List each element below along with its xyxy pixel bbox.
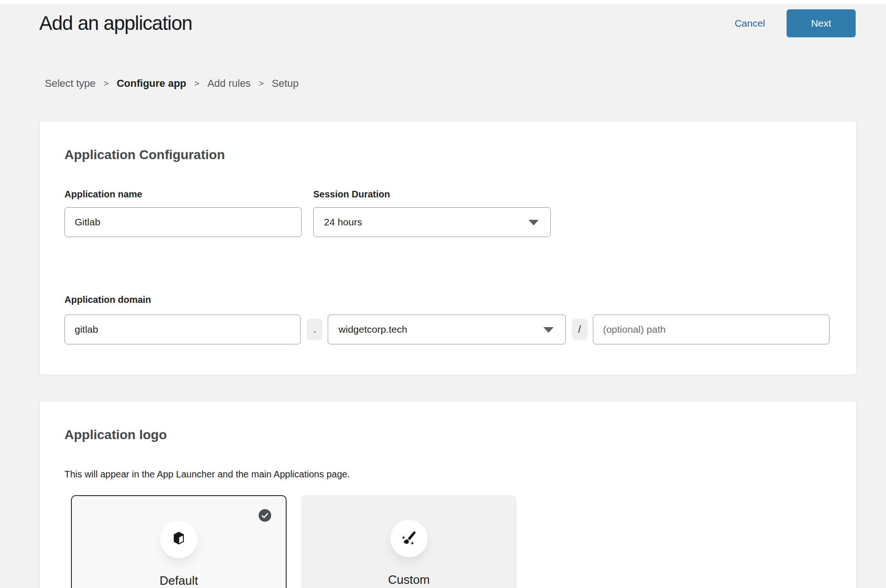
custom-logo-circle: [390, 520, 428, 557]
application-name-input[interactable]: [64, 207, 302, 237]
breadcrumb-step-add-rules[interactable]: Add rules: [207, 77, 251, 90]
logo-option-label: Default: [160, 574, 198, 588]
application-logo-heading: Application logo: [64, 427, 830, 442]
application-domain-label: Application domain: [64, 294, 830, 305]
logo-option-custom[interactable]: Custom: [301, 495, 517, 588]
subdomain-input[interactable]: [64, 315, 301, 344]
application-domain-row: . widgetcorp.tech /: [64, 315, 830, 344]
breadcrumb-step-configure-app[interactable]: Configure app: [117, 77, 186, 90]
session-duration-field-group: Session Duration 24 hours: [313, 189, 551, 237]
session-duration-value: 24 hours: [324, 217, 362, 228]
application-logo-card: Application logo This will appear in the…: [39, 401, 857, 588]
page-title: Add an application: [39, 12, 192, 35]
application-name-field-group: Application name: [64, 189, 302, 237]
cancel-button[interactable]: Cancel: [735, 18, 765, 29]
session-duration-label: Session Duration: [313, 189, 551, 200]
breadcrumb-step-select-type[interactable]: Select type: [45, 77, 96, 90]
caret-down-icon: [543, 327, 554, 333]
cube-icon: [170, 531, 188, 548]
session-duration-select[interactable]: 24 hours: [313, 207, 551, 237]
dot-separator: .: [307, 319, 323, 340]
default-logo-circle: [160, 521, 197, 558]
logo-option-default[interactable]: Default: [71, 495, 287, 588]
logo-options-row: Default Custom: [71, 495, 830, 588]
application-name-label: Application name: [64, 189, 302, 200]
page-header: Add an application Cancel Next: [0, 4, 886, 37]
path-input[interactable]: [593, 315, 830, 344]
selected-check-badge: [259, 509, 271, 522]
logo-option-label: Custom: [388, 573, 430, 587]
domain-select-value: widgetcorp.tech: [338, 324, 407, 335]
application-configuration-heading: Application Configuration: [64, 147, 830, 162]
breadcrumb-separator: >: [194, 78, 199, 89]
breadcrumb-separator: >: [259, 78, 264, 89]
breadcrumb-separator: >: [104, 78, 109, 89]
check-icon: [261, 513, 268, 518]
header-actions: Cancel Next: [735, 9, 856, 37]
application-configuration-card: Application Configuration Application na…: [39, 121, 857, 375]
application-logo-description: This will appear in the App Launcher and…: [64, 469, 830, 480]
breadcrumb: Select type > Configure app > Add rules …: [45, 77, 886, 90]
paintbrush-icon: [400, 530, 418, 547]
caret-down-icon: [528, 220, 539, 225]
slash-separator: /: [572, 319, 588, 340]
domain-select[interactable]: widgetcorp.tech: [328, 315, 565, 344]
next-button[interactable]: Next: [787, 9, 856, 37]
breadcrumb-step-setup[interactable]: Setup: [272, 77, 299, 90]
top-strip: [0, 0, 886, 4]
